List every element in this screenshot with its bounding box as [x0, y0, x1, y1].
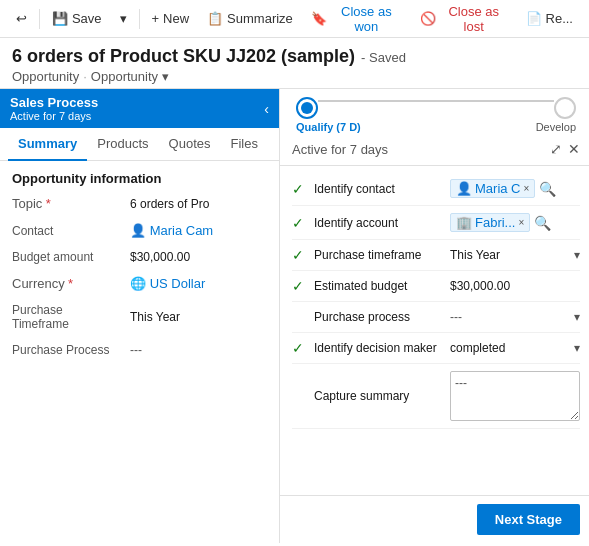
tab-quotes[interactable]: Quotes	[159, 128, 221, 161]
close-lost-button[interactable]: 🚫 Close as lost	[412, 0, 516, 38]
field-label-budget: Budget amount	[12, 250, 122, 264]
check-value-purchase-process: --- ▾	[450, 310, 580, 324]
back-button[interactable]: ↩	[8, 7, 35, 30]
right-panel: Qualify (7 D) Develop Active for 7 days …	[280, 89, 589, 543]
checklist-item-decision-maker: ✓ Identify decision maker completed ▾	[292, 333, 580, 364]
check-icon-capture-summary: ✓	[292, 388, 308, 404]
chip-icon-contact: 👤	[456, 181, 472, 196]
field-value-currency[interactable]: 🌐 US Dollar	[130, 276, 267, 291]
popup-active-text: Active for 7 days	[292, 142, 388, 157]
stage-progress	[280, 89, 589, 119]
title-area: 6 orders of Product SKU JJ202 (sample) -…	[0, 38, 589, 89]
field-value-timeframe[interactable]: This Year	[130, 310, 267, 324]
save-icon: 💾	[52, 11, 68, 26]
chip-maria[interactable]: 👤 Maria C ×	[450, 179, 535, 198]
field-label-contact: Contact	[12, 224, 122, 238]
chip-icon-account: 🏢	[456, 215, 472, 230]
field-label-currency: Currency *	[12, 276, 122, 291]
field-value-topic[interactable]: 6 orders of Pro	[130, 197, 267, 211]
sales-process-collapse-button[interactable]: ‹	[264, 101, 269, 117]
chip-remove-contact[interactable]: ×	[524, 183, 530, 194]
capture-summary-textarea[interactable]: ---	[450, 371, 580, 421]
stage-circle-qualify[interactable]	[296, 97, 318, 119]
stage-item-qualify	[296, 97, 318, 119]
stage-circle-develop[interactable]	[554, 97, 576, 119]
next-stage-button[interactable]: Next Stage	[477, 504, 580, 535]
save-button[interactable]: 💾 Save	[44, 7, 110, 30]
more-icon: 📄	[526, 11, 542, 26]
field-row-currency: Currency * 🌐 US Dollar	[12, 276, 267, 291]
tabs: Summary Products Quotes Files	[0, 128, 279, 161]
close-lost-icon: 🚫	[420, 11, 436, 26]
text-estimated-budget: $30,000.00	[450, 279, 510, 293]
check-label-identify-contact: Identify contact	[314, 182, 444, 196]
close-won-icon: 🔖	[311, 11, 327, 26]
popup-close-button[interactable]: ✕	[568, 141, 580, 157]
field-value-budget[interactable]: $30,000.00	[130, 250, 267, 264]
chevron-down-icon: ▾	[120, 11, 127, 26]
stage-label-develop: Develop	[536, 121, 576, 133]
field-row-contact: Contact 👤 Maria Cam	[12, 223, 267, 238]
check-label-identify-account: Identify account	[314, 216, 444, 230]
chip-fabri[interactable]: 🏢 Fabri... ×	[450, 213, 530, 232]
save-dropdown-button[interactable]: ▾	[112, 7, 135, 30]
tab-products[interactable]: Products	[87, 128, 158, 161]
close-won-button[interactable]: 🔖 Close as won	[303, 0, 410, 38]
stage-label-qualify: Qualify (7 D)	[296, 121, 361, 133]
field-row-process: Purchase Process ---	[12, 343, 267, 357]
check-value-identify-contact: 👤 Maria C × 🔍	[450, 179, 580, 198]
search-account-button[interactable]: 🔍	[534, 215, 551, 231]
plus-icon: +	[151, 11, 159, 26]
checklist-item-purchase-process: ✓ Purchase process --- ▾	[292, 302, 580, 333]
required-indicator-topic: *	[46, 196, 51, 211]
toolbar-divider-2	[139, 9, 140, 29]
popup-controls: ⤢ ✕	[550, 141, 580, 157]
check-icon-purchase-process: ✓	[292, 309, 308, 325]
breadcrumb-item-2[interactable]: Opportunity	[91, 69, 158, 84]
new-button[interactable]: + New	[143, 7, 197, 30]
left-panel: Sales Process Active for 7 days ‹ Summar…	[0, 89, 280, 543]
sales-process-sublabel: Active for 7 days	[10, 110, 98, 122]
tab-files[interactable]: Files	[220, 128, 267, 161]
toolbar: ↩ 💾 Save ▾ + New 📋 Summarize 🔖 Close as …	[0, 0, 589, 38]
field-label-timeframe: Purchase Timeframe	[12, 303, 122, 331]
check-value-decision-maker: completed ▾	[450, 341, 580, 355]
text-decision-maker: completed	[450, 341, 505, 355]
saved-badge: - Saved	[361, 50, 406, 65]
breadcrumb-item-1[interactable]: Opportunity	[12, 69, 79, 84]
checklist-item-identify-contact: ✓ Identify contact 👤 Maria C × 🔍	[292, 172, 580, 206]
breadcrumb-chevron[interactable]: ▾	[162, 69, 169, 84]
popup-expand-button[interactable]: ⤢	[550, 141, 562, 157]
field-value-contact[interactable]: 👤 Maria Cam	[130, 223, 267, 238]
chip-remove-account[interactable]: ×	[518, 217, 524, 228]
field-value-process[interactable]: ---	[130, 343, 267, 357]
check-value-purchase-timeframe: This Year ▾	[450, 248, 580, 262]
check-icon-purchase-timeframe: ✓	[292, 247, 308, 263]
bottom-bar: Next Stage	[280, 495, 589, 543]
field-row-timeframe: Purchase Timeframe This Year	[12, 303, 267, 331]
breadcrumb: Opportunity · Opportunity ▾	[12, 69, 577, 84]
search-contact-button[interactable]: 🔍	[539, 181, 556, 197]
checklist-item-capture-summary: ✓ Capture summary ---	[292, 364, 580, 429]
section-title: Opportunity information	[12, 171, 267, 186]
summarize-button[interactable]: 📋 Summarize	[199, 7, 301, 30]
text-purchase-process: ---	[450, 310, 462, 324]
checklist-item-purchase-timeframe: ✓ Purchase timeframe This Year ▾	[292, 240, 580, 271]
checklist-item-identify-account: ✓ Identify account 🏢 Fabri... × 🔍	[292, 206, 580, 240]
stage-line	[318, 100, 554, 102]
check-icon-identify-account: ✓	[292, 215, 308, 231]
page-title: 6 orders of Product SKU JJ202 (sample)	[12, 46, 355, 67]
check-label-purchase-process: Purchase process	[314, 310, 444, 324]
check-icon-identify-contact: ✓	[292, 181, 308, 197]
check-label-purchase-timeframe: Purchase timeframe	[314, 248, 444, 262]
sales-process-bar: Sales Process Active for 7 days ‹	[0, 89, 279, 128]
dropdown-decision-maker[interactable]: ▾	[574, 341, 580, 355]
dropdown-purchase-timeframe[interactable]: ▾	[574, 248, 580, 262]
text-purchase-timeframe: This Year	[450, 248, 500, 262]
check-value-identify-account: 🏢 Fabri... × 🔍	[450, 213, 580, 232]
tab-summary[interactable]: Summary	[8, 128, 87, 161]
dropdown-purchase-process[interactable]: ▾	[574, 310, 580, 324]
field-row-budget: Budget amount $30,000.00	[12, 250, 267, 264]
check-value-estimated-budget: $30,000.00	[450, 279, 580, 293]
more-button[interactable]: 📄 Re...	[518, 7, 581, 30]
